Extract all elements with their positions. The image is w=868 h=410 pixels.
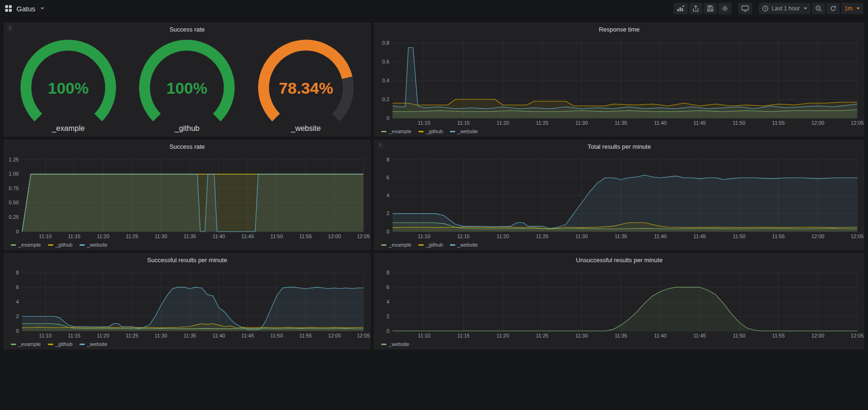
info-icon[interactable]: i — [7, 25, 13, 32]
series-color-marker — [11, 244, 16, 246]
panel-title[interactable]: Successful results per minute — [147, 257, 227, 264]
add-panel-icon — [677, 5, 684, 12]
chart-legend: _example_github_website — [4, 339, 370, 349]
legend-label: _github — [426, 129, 443, 134]
svg-text:11:10: 11:10 — [39, 233, 52, 239]
svg-text:11:55: 11:55 — [772, 333, 785, 338]
svg-text:2: 2 — [16, 314, 19, 319]
chart-canvas[interactable]: 0246811:1011:1511:2011:2511:3011:3511:40… — [4, 266, 370, 339]
legend-item-website[interactable]: _website — [450, 129, 478, 134]
chart-canvas[interactable]: 0246811:1011:1511:2011:2511:3011:3511:40… — [375, 153, 864, 240]
gauge-label: _github — [175, 124, 200, 133]
svg-text:11:55: 11:55 — [772, 120, 785, 126]
refresh-icon — [830, 5, 836, 12]
panel-response-time: Response time 00.20.40.60.811:1011:1511:… — [374, 23, 864, 137]
svg-text:11:15: 11:15 — [68, 333, 80, 338]
tv-monitor-icon — [741, 5, 749, 12]
svg-text:11:10: 11:10 — [418, 233, 431, 239]
legend-item-github[interactable]: _github — [418, 242, 443, 248]
settings-button[interactable] — [718, 3, 731, 14]
breadcrumb: Gatus — [5, 5, 44, 13]
refresh-interval-button[interactable]: 1m — [841, 3, 863, 14]
dashboard-title[interactable]: Gatus — [16, 5, 35, 13]
legend-item-example[interactable]: _example — [381, 242, 411, 248]
panel-success-rate-gauges: i Success rate 100%_example100%_github78… — [4, 23, 370, 137]
legend-item-github[interactable]: _github — [418, 129, 443, 134]
time-range-label: Last 1 hour — [772, 5, 800, 12]
svg-text:12:00: 12:00 — [328, 233, 341, 239]
panel-successful-results: Successful results per minute 0246811:10… — [4, 253, 370, 349]
save-button[interactable] — [704, 3, 717, 14]
legend-item-github[interactable]: _github — [48, 341, 72, 347]
zoom-out-button[interactable] — [812, 3, 825, 14]
svg-text:2: 2 — [386, 210, 389, 216]
svg-text:11:50: 11:50 — [733, 333, 746, 338]
gear-icon — [722, 5, 728, 12]
save-icon — [707, 5, 714, 12]
chart-legend: _example_github_website — [375, 127, 864, 136]
clock-icon — [762, 5, 769, 12]
refresh-button[interactable] — [827, 3, 840, 14]
svg-text:11:15: 11:15 — [68, 233, 80, 239]
svg-text:11:15: 11:15 — [457, 233, 470, 239]
legend-item-website[interactable]: _website — [450, 242, 478, 248]
svg-text:11:20: 11:20 — [97, 333, 110, 338]
svg-text:11:30: 11:30 — [575, 120, 588, 126]
svg-text:0: 0 — [386, 115, 389, 121]
legend-item-website[interactable]: _website — [381, 341, 409, 347]
svg-text:11:25: 11:25 — [536, 333, 548, 338]
svg-text:11:30: 11:30 — [575, 233, 588, 239]
svg-text:11:35: 11:35 — [615, 233, 627, 239]
panel-title[interactable]: Unsuccessful results per minute — [576, 257, 662, 264]
success-rate-chart[interactable]: 00.250.500.751.001.2511:1011:1511:2011:2… — [4, 153, 370, 240]
legend-item-website[interactable]: _website — [80, 341, 107, 347]
svg-text:12:05: 12:05 — [357, 333, 370, 338]
svg-text:11:50: 11:50 — [270, 233, 283, 239]
chart-canvas[interactable]: 00.20.40.60.811:1011:1511:2011:2511:3011… — [375, 35, 864, 127]
series-color-marker — [80, 344, 85, 345]
total-results-chart[interactable]: 0246811:1011:1511:2011:2511:3011:3511:40… — [375, 153, 864, 240]
svg-text:1.00: 1.00 — [9, 171, 19, 177]
svg-text:12:00: 12:00 — [812, 233, 825, 239]
panel-header: Total results per minute — [375, 140, 864, 153]
svg-text:11:40: 11:40 — [654, 333, 667, 338]
successful-results-chart[interactable]: 0246811:1011:1511:2011:2511:3011:3511:40… — [4, 266, 370, 339]
caret-down-icon — [804, 8, 807, 9]
svg-text:8: 8 — [16, 270, 19, 275]
dashboard-row: i Success rate 100%_example100%_github78… — [4, 23, 864, 137]
svg-text:12:05: 12:05 — [851, 333, 864, 338]
legend-item-example[interactable]: _example — [11, 242, 41, 248]
add-panel-button[interactable] — [674, 3, 688, 14]
panel-success-rate-chart: Success rate 00.250.500.751.001.2511:101… — [4, 140, 370, 250]
legend-label: _website — [87, 242, 107, 248]
legend-label: _github — [56, 341, 72, 347]
unsuccessful-results-chart[interactable]: 0246811:1011:1511:2011:2511:3011:3511:40… — [375, 266, 864, 339]
caret-down-icon[interactable] — [40, 8, 44, 9]
panel-title[interactable]: Success rate — [169, 143, 205, 150]
gauge-value: 100% — [167, 79, 208, 97]
series-color-marker — [48, 344, 53, 345]
panel-title[interactable]: Response time — [599, 26, 640, 33]
chart-canvas[interactable]: 0246811:1011:1511:2011:2511:3011:3511:40… — [375, 266, 864, 339]
panel-title[interactable]: Success rate — [169, 26, 205, 33]
cycle-view-button[interactable] — [738, 3, 752, 14]
dashboards-grid-icon[interactable] — [5, 5, 12, 12]
share-button[interactable] — [689, 3, 702, 14]
legend-label: _github — [56, 242, 72, 248]
legend-label: _website — [389, 341, 409, 347]
svg-text:6: 6 — [386, 175, 389, 180]
legend-item-example[interactable]: _example — [381, 129, 411, 134]
time-range-button[interactable]: Last 1 hour — [759, 3, 811, 14]
svg-text:11:25: 11:25 — [536, 233, 548, 239]
response-time-chart[interactable]: 00.20.40.60.811:1011:1511:2011:2511:3011… — [375, 35, 864, 127]
chart-canvas[interactable]: 00.250.500.751.001.2511:1011:1511:2011:2… — [4, 153, 370, 240]
legend-item-github[interactable]: _github — [48, 242, 72, 248]
legend-item-website[interactable]: _website — [80, 242, 107, 248]
svg-text:4: 4 — [386, 299, 389, 305]
svg-text:11:35: 11:35 — [615, 120, 627, 126]
legend-item-example[interactable]: _example — [11, 341, 41, 347]
info-icon[interactable]: i — [377, 142, 384, 149]
panel-title[interactable]: Total results per minute — [587, 143, 651, 150]
svg-text:11:25: 11:25 — [126, 233, 138, 239]
legend-label: _example — [18, 242, 41, 248]
